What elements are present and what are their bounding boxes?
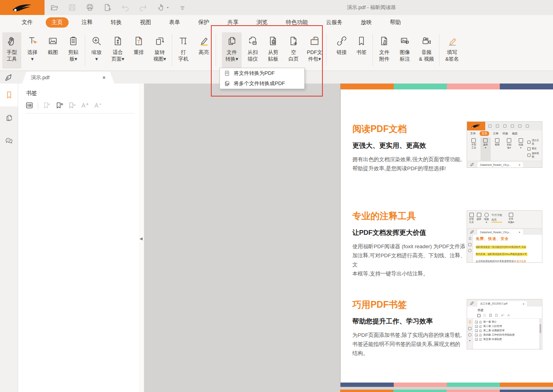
typewriter-tool-button[interactable]: 打 字机	[174, 32, 192, 69]
foxit-logo-icon	[10, 2, 35, 13]
menu-item-protect[interactable]: 保护	[198, 19, 209, 26]
toolbar-separator	[38, 102, 38, 109]
foxit-logo	[0, 0, 45, 15]
decrease-text-size-button[interactable]	[93, 101, 102, 110]
ribbon-separator	[326, 34, 327, 66]
tab-demo-pdf[interactable]: 演示.pdf ×	[22, 72, 114, 84]
collapse-panel-arrow-icon[interactable]: ◀	[140, 236, 143, 241]
menu-item-convert-file-to-pdf[interactable]: 将文件转换为PDF	[220, 68, 304, 78]
menu-item-features[interactable]: 特色功能	[286, 19, 308, 26]
panel-divider	[25, 113, 135, 113]
tab-close-icon[interactable]: ×	[102, 74, 106, 81]
menu-item-home[interactable]: 主页	[46, 17, 69, 28]
mini-page-content: 免费、快速、安全 福昕阅读器是一款功能强大的PDF阅读软件,具有 档与表单。福昕…	[473, 235, 542, 262]
menu-item-help[interactable]: 帮助	[390, 19, 401, 26]
menu-item-convert-multiple-files-to-pdf[interactable]: 将多个文件转换成PDF	[220, 78, 304, 89]
menu-item-convert[interactable]: 转换	[111, 19, 122, 26]
touch-mode-button[interactable]	[155, 2, 170, 13]
audio-video-tool-button[interactable]: 音频 & 视频	[416, 32, 437, 69]
mini-menubar: 文件 主页 注释 转换 视图	[467, 130, 542, 136]
rail-comments-button[interactable]	[0, 129, 18, 152]
select-tool-button[interactable]: 选择 ▾	[23, 32, 42, 69]
rotate-view-icon	[154, 35, 166, 47]
from-scanner-tool-button[interactable]: 从扫 描仪	[243, 32, 262, 69]
mini-text-decrease-icon	[507, 314, 511, 317]
zoom-tool-button[interactable]: 缩放 ▾	[87, 32, 106, 69]
snapshot-tool-button[interactable]: 截图	[43, 32, 62, 69]
reflow-tool-button[interactable]: 重排	[130, 32, 148, 69]
mini-rail: ▼	[467, 319, 473, 349]
open-folder-icon	[50, 3, 59, 12]
panel-splitter[interactable]: ◀	[139, 84, 144, 392]
bookmark-tree-item: 第二章 入职管理	[475, 324, 542, 329]
menu-item-share[interactable]: 共享	[227, 19, 238, 26]
mini-pen-nib-icon	[470, 301, 474, 305]
convert-file-icon	[224, 70, 230, 76]
pdf-portfolio-tool-button[interactable]: PDF文 件包▾	[305, 32, 324, 69]
create-pdf-button[interactable]	[102, 2, 113, 13]
rotate-view-tool-button[interactable]: 旋转 视图▾	[149, 32, 170, 69]
quick-pen-button[interactable]	[4, 73, 13, 82]
mini-bookmark-expand-icon	[495, 314, 498, 317]
customize-toolbar-button[interactable]	[177, 2, 188, 13]
document-view[interactable]: 阅读PDF文档 更强大、更实用、更高效 拥有出色的文档渲染效果,强大的页面管理功…	[144, 84, 553, 392]
hand-tool-button[interactable]: 手型 工具	[2, 32, 21, 69]
print-button[interactable]	[84, 2, 95, 13]
menu-item-browse[interactable]: 浏览	[257, 19, 268, 26]
menu-item-file[interactable]: 文件	[22, 19, 33, 26]
increase-text-size-button[interactable]	[80, 101, 89, 110]
image-annotation-tool-button[interactable]: 图像 标注	[395, 32, 414, 69]
file-attachment-tool-button[interactable]: 文件 附件	[375, 32, 394, 69]
delete-bookmark-button[interactable]	[43, 101, 51, 110]
save-button[interactable]	[67, 2, 78, 13]
ribbon-separator	[439, 34, 439, 66]
from-clipboard-tool-button[interactable]: 从剪 贴板	[264, 32, 283, 69]
menu-item-comment[interactable]: 注释	[82, 19, 93, 26]
menu-item-form[interactable]: 表单	[169, 19, 180, 26]
open-file-button[interactable]	[49, 2, 60, 13]
undo-button[interactable]	[120, 2, 131, 13]
rail-bookmarks-button[interactable]	[0, 84, 18, 106]
mini-foxit-logo	[467, 122, 485, 130]
new-document-icon	[103, 3, 112, 12]
undo-icon	[121, 3, 130, 12]
from-scanner-icon	[247, 35, 259, 47]
mini-bookmark-icon	[479, 334, 482, 337]
ribbon-tab-bar: 文件 主页 注释 转换 视图 表单 保护 共享 浏览 特色功能 云服务 放映 帮…	[0, 15, 553, 30]
bookmark-options-button[interactable]	[25, 101, 34, 110]
ribbon-separator	[172, 34, 172, 66]
screenshot-thumbnail-annotation: 手型 工具 选择 缩放 ▾ TI 打字机 高亮 文件 转换▾ Datasheet…	[467, 210, 542, 263]
mini-scrollbar	[539, 319, 542, 349]
blank-page-tool-button[interactable]: 空 白页	[284, 32, 303, 69]
bookmark-tool-button[interactable]: 书签	[352, 32, 371, 69]
redo-button[interactable]	[138, 2, 149, 13]
fit-page-tool-button[interactable]: 适合 页面▾	[108, 32, 128, 69]
mini-quick-toolbar	[488, 124, 529, 128]
mini-rail	[467, 235, 473, 262]
highlight-tool-button[interactable]: 高亮	[194, 32, 214, 69]
mini-pen-nib-icon	[470, 230, 474, 234]
reflow-icon	[133, 35, 145, 47]
ribbon-toolbar: 手型 工具 选择 ▾ 截图 剪贴 板▾ 缩放 ▾ 适合 页面▾ 重排	[0, 30, 553, 71]
add-bookmark-button[interactable]	[55, 101, 63, 110]
next-page-top-stripe	[340, 390, 553, 392]
file-convert-tool-button[interactable]: 文件 转换▾	[222, 32, 242, 69]
mini-bookmark-icon	[479, 325, 482, 328]
menu-item-view[interactable]: 视图	[140, 19, 151, 26]
select-cursor-icon	[26, 35, 38, 47]
mini-tabbar: Datasheet_Reader_CN.p...×	[467, 228, 542, 235]
window-title: 演示.pdf - 福昕阅读器	[347, 0, 396, 15]
mini-bookmark-icon	[479, 338, 482, 341]
screenshot-thumbnail-reader-ui: 文件 主页 注释 转换 视图 手型 工具 选择 ▾ 截图 剪贴 板▾ 缩放 ▾ …	[467, 121, 542, 168]
expand-bookmark-button[interactable]	[68, 101, 76, 110]
screenshot-thumbnail-bookmarks: 员工手册_20120917.pdf× 书签	[467, 299, 542, 349]
clipboard-tool-button[interactable]: 剪贴 板▾	[64, 32, 83, 69]
menu-item-present[interactable]: 放映	[361, 19, 372, 26]
rail-pages-button[interactable]	[0, 106, 18, 129]
pdf-portfolio-icon	[309, 35, 320, 47]
redo-icon	[138, 3, 148, 12]
menu-item-cloud[interactable]: 云服务	[326, 19, 343, 26]
bookmarks-panel-title: 书签	[26, 90, 139, 97]
fill-sign-tool-button[interactable]: 填写 &签名	[441, 32, 463, 69]
link-tool-button[interactable]: 链接	[333, 32, 351, 69]
